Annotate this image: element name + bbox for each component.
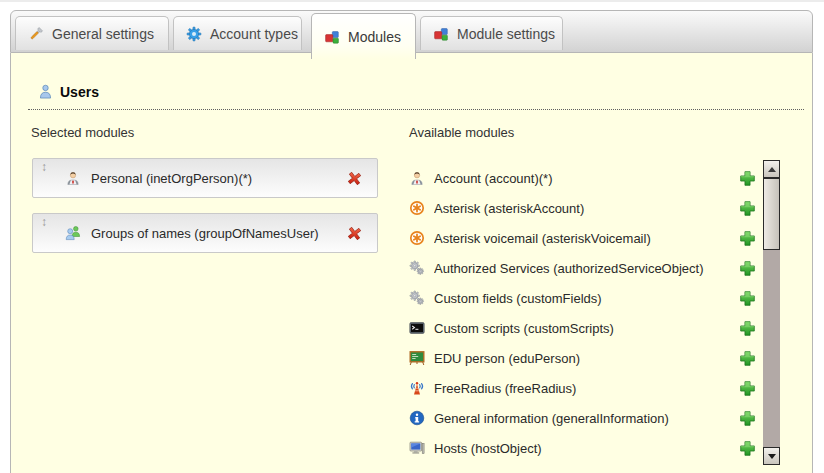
tab-label: Module settings (457, 26, 555, 42)
add-module-button[interactable] (739, 200, 756, 217)
asterisk-icon (409, 230, 425, 246)
section-header-users: Users (38, 84, 99, 100)
available-module-label: Custom fields (customFields) (434, 291, 739, 306)
add-module-button[interactable] (739, 230, 756, 247)
wrench-icon (28, 26, 44, 42)
scroll-up-button[interactable] (763, 160, 780, 178)
available-modules-heading: Available modules (409, 125, 514, 140)
available-module-label: EDU person (eduPerson) (434, 351, 739, 366)
monitor-icon (409, 440, 425, 456)
available-module-item: Asterisk (asteriskAccount) (409, 193, 756, 223)
tab-label: Account types (210, 26, 298, 42)
add-module-button[interactable] (739, 440, 756, 457)
selected-modules-heading: Selected modules (31, 125, 134, 140)
tab-bar: General settingsAccount typesModulesModu… (10, 10, 813, 53)
triangle-up-icon (768, 167, 776, 172)
section-divider (28, 109, 804, 110)
available-module-label: Asterisk (asteriskAccount) (434, 201, 739, 216)
selected-module-label: Personal (inetOrgPerson)(*) (91, 171, 346, 186)
person-icon (409, 170, 425, 186)
available-module-item: EDU person (eduPerson) (409, 343, 756, 373)
selected-module-item[interactable]: ↕Groups of names (groupOfNamesUser) (32, 213, 378, 253)
available-module-item: General information (generalInformation) (409, 403, 756, 433)
users-icon (38, 84, 53, 100)
gear-icon (186, 26, 202, 42)
available-module-label: Asterisk voicemail (asteriskVoicemail) (434, 231, 739, 246)
tab-general-settings[interactable]: General settings (15, 16, 169, 50)
tab-label: General settings (52, 26, 154, 42)
add-module-button[interactable] (739, 170, 756, 187)
section-title: Users (60, 84, 99, 100)
chalkboard-icon (409, 350, 425, 366)
drag-handle-icon[interactable]: ↕ (41, 216, 47, 229)
remove-module-button[interactable] (346, 170, 363, 187)
available-modules-scrollbar[interactable] (763, 160, 780, 465)
drag-handle-icon[interactable]: ↕ (41, 161, 47, 174)
available-module-item: Account (account)(*) (409, 163, 756, 193)
available-module-label: Authorized Services (authorizedServiceOb… (434, 261, 739, 276)
selected-module-item[interactable]: ↕Personal (inetOrgPerson)(*) (32, 158, 378, 198)
add-module-button[interactable] (739, 320, 756, 337)
add-module-button[interactable] (739, 260, 756, 277)
scroll-down-button[interactable] (763, 447, 780, 465)
available-module-item: Custom scripts (customScripts) (409, 313, 756, 343)
modules-icon (324, 29, 340, 45)
add-module-button[interactable] (739, 350, 756, 367)
group-icon (65, 225, 81, 241)
remove-module-button[interactable] (346, 225, 363, 242)
available-module-label: Account (account)(*) (434, 171, 739, 186)
available-module-item: Hosts (hostObject) (409, 433, 756, 463)
available-module-label: General information (generalInformation) (434, 411, 739, 426)
gears-icon (409, 290, 425, 306)
asterisk-icon (409, 200, 425, 216)
add-module-button[interactable] (739, 410, 756, 427)
gears-icon (409, 260, 425, 276)
available-module-item: Custom fields (customFields) (409, 283, 756, 313)
modules-tab-panel: Users Selected modules Available modules… (10, 53, 813, 473)
tab-modules[interactable]: Modules (311, 13, 416, 59)
add-module-button[interactable] (739, 380, 756, 397)
tab-module-settings[interactable]: Module settings (420, 16, 563, 50)
available-module-item: FreeRadius (freeRadius) (409, 373, 756, 403)
available-module-label: FreeRadius (freeRadius) (434, 381, 739, 396)
tab-account-types[interactable]: Account types (173, 16, 302, 50)
info-icon (409, 410, 425, 426)
add-module-button[interactable] (739, 290, 756, 307)
selected-module-label: Groups of names (groupOfNamesUser) (91, 226, 346, 241)
tab-label: Modules (348, 29, 401, 45)
scrollbar-thumb[interactable] (763, 178, 780, 250)
available-module-item: Authorized Services (authorizedServiceOb… (409, 253, 756, 283)
triangle-down-icon (768, 454, 776, 459)
available-module-item: Asterisk voicemail (asteriskVoicemail) (409, 223, 756, 253)
available-module-label: Hosts (hostObject) (434, 441, 739, 456)
available-module-label: Custom scripts (customScripts) (434, 321, 739, 336)
person-icon (65, 170, 81, 186)
module-settings-icon (433, 26, 449, 42)
terminal-icon (409, 320, 425, 336)
antenna-icon (409, 380, 425, 396)
